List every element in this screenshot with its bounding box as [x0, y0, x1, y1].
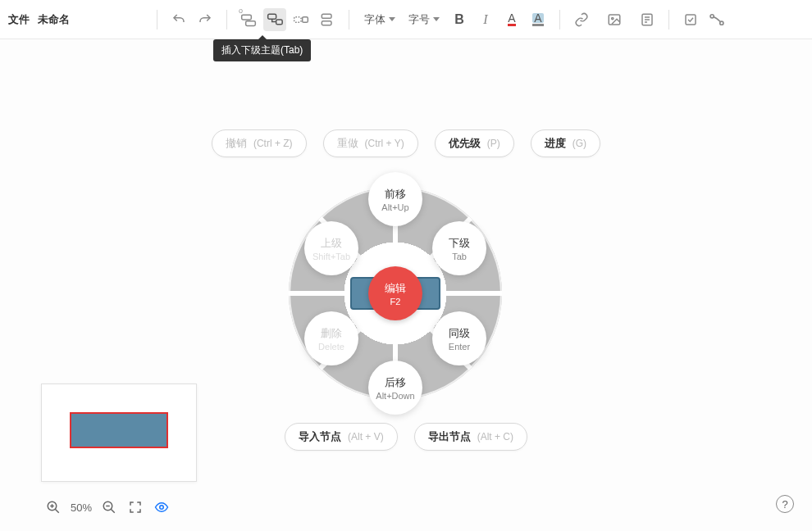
svg-rect-4	[294, 16, 301, 22]
minimap-viewport[interactable]	[71, 414, 167, 447]
radial-sibling[interactable]: 同级Enter	[432, 311, 486, 365]
pill-hint: (Ctrl + Z)	[253, 138, 293, 149]
pill-hint: (Ctrl + Y)	[365, 138, 404, 149]
zoom-in-button[interactable]	[44, 498, 62, 516]
svg-rect-6	[322, 14, 331, 18]
font-size-select[interactable]: 字号	[404, 12, 445, 27]
radial-move-down[interactable]: 后移Alt+Down	[368, 361, 422, 415]
svg-rect-7	[322, 20, 331, 25]
file-menu[interactable]: 文件	[8, 12, 30, 27]
svg-rect-3	[276, 20, 283, 25]
bottom-pill-0[interactable]: 导入节点(Alt + V)	[285, 423, 398, 451]
pill-label: 导入节点	[299, 429, 341, 444]
help-button[interactable]: ?	[776, 495, 794, 513]
minimap[interactable]	[41, 384, 197, 482]
bottom-pill-1[interactable]: 导出节点(Alt + C)	[414, 423, 527, 451]
radial-move-up[interactable]: 前移Alt+Up	[368, 172, 422, 226]
pill-label: 重做	[337, 136, 358, 151]
top-pill-1: 重做(Ctrl + Y)	[323, 129, 418, 157]
pill-label: 撤销	[226, 136, 247, 151]
pill-hint: (Alt + C)	[477, 431, 513, 442]
svg-rect-0	[242, 15, 252, 20]
svg-line-23	[111, 509, 115, 513]
svg-point-9	[612, 17, 614, 19]
pill-label: 导出节点	[428, 429, 471, 444]
zoom-bar: 50%	[44, 498, 171, 516]
relation-button[interactable]	[705, 8, 728, 31]
toolbar: 文件 未命名 o 字体 字号 B I A A	[0, 0, 812, 39]
radial-parent[interactable]: 上级Shift+Tab	[304, 221, 358, 275]
zoom-value: 50%	[71, 502, 92, 514]
insert-parent-button[interactable]	[290, 8, 312, 31]
pill-hint: (Alt + V)	[348, 431, 384, 442]
note-button[interactable]	[636, 8, 659, 31]
pill-hint: (P)	[487, 138, 500, 149]
image-button[interactable]	[603, 8, 626, 31]
top-pill-0: 撤销(Ctrl + Z)	[212, 129, 307, 157]
radial-child[interactable]: 下级Tab	[432, 221, 486, 275]
fit-screen-button[interactable]	[126, 498, 144, 516]
svg-line-19	[55, 509, 59, 513]
font-family-select[interactable]: 字体	[359, 12, 400, 27]
top-pill-2[interactable]: 优先级(P)	[435, 129, 514, 157]
undo-button[interactable]	[167, 8, 190, 31]
pill-label: 进度	[545, 136, 566, 151]
pill-label: 优先级	[449, 136, 481, 151]
font-color-button[interactable]: A	[500, 8, 523, 31]
task-button[interactable]	[679, 8, 702, 31]
pill-hint: (G)	[573, 138, 586, 149]
svg-rect-5	[303, 16, 308, 22]
redo-button[interactable]	[194, 8, 217, 31]
svg-rect-1	[246, 20, 256, 25]
file-name: 未命名	[38, 12, 70, 27]
highlight-button[interactable]: A	[527, 8, 550, 31]
zoom-out-button[interactable]	[100, 498, 118, 516]
svg-point-16	[720, 21, 723, 25]
top-actions: 撤销(Ctrl + Z)重做(Ctrl + Y)优先级(P)进度(G)	[0, 129, 812, 157]
svg-rect-14	[686, 15, 696, 25]
tooltip: 插入下级主题(Tab)	[213, 39, 311, 61]
radial-center-edit[interactable]: 编辑F2	[368, 266, 422, 320]
bold-button[interactable]: B	[448, 8, 471, 31]
insert-after-button[interactable]	[316, 8, 339, 31]
radial-delete[interactable]: 删除Delete	[304, 311, 358, 365]
svg-rect-2	[268, 14, 276, 19]
insert-child-button[interactable]	[263, 8, 286, 31]
link-button[interactable]	[570, 8, 593, 31]
italic-button[interactable]: I	[474, 8, 497, 31]
radial-menu: 编辑F2 前移Alt+Up 下级Tab 同级Enter 后移Alt+Down 删…	[289, 187, 502, 400]
insert-sibling-button[interactable]: o	[237, 8, 260, 31]
svg-point-15	[710, 14, 714, 17]
svg-point-25	[160, 506, 164, 510]
canvas[interactable]: 撤销(Ctrl + Z)重做(Ctrl + Y)优先级(P)进度(G) 编辑F2…	[0, 39, 812, 531]
preview-button[interactable]	[153, 498, 171, 516]
top-pill-3[interactable]: 进度(G)	[531, 129, 600, 157]
